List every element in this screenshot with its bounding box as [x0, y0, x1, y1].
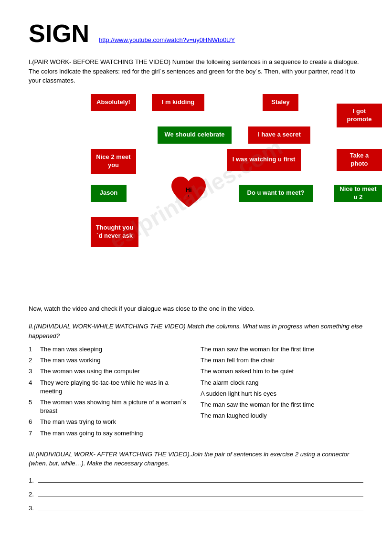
- match-text: The woman was showing him a picture of a…: [40, 398, 191, 415]
- dialogue-area: Absolutely! I m kidding Staley I got pro…: [29, 94, 363, 295]
- match-row: 6 The man was trying to work: [29, 418, 191, 426]
- right-text: The man saw the woman for the first time: [201, 400, 363, 409]
- title-section: SIGN http://www.youtube.com/watch?v=uy0H…: [29, 19, 363, 48]
- badge-i-got-promoted: I got promote: [337, 104, 382, 127]
- match-text: The man was working: [40, 356, 100, 365]
- badge-im-kidding: I m kidding: [152, 94, 204, 111]
- badge-hi-heart: Hi': [170, 173, 208, 211]
- match-num: 2: [29, 356, 36, 365]
- section2-instruction: II.(INDIVIDUAL WORK-WHILE WATCHING THE V…: [29, 322, 363, 340]
- match-num: 6: [29, 418, 36, 426]
- badge-i-was-watching: I was watching u first: [227, 149, 301, 171]
- match-row: 7 The man was going to say something: [29, 429, 191, 438]
- match-text: The man was trying to work: [40, 418, 116, 426]
- match-columns: 1 The man was sleeping 2 The man was wor…: [29, 345, 363, 440]
- match-text: The woman was using the computer: [40, 367, 140, 376]
- badge-we-should-celebrate: We should celebrate: [158, 126, 232, 144]
- right-text: A sudden light hurt his eyes: [201, 390, 363, 398]
- match-row: 5 The woman was showing him a picture of…: [29, 398, 191, 415]
- youtube-link[interactable]: http://www.youtube.com/watch?v=uy0HNWto0…: [99, 36, 235, 43]
- line-number: 3.: [29, 505, 38, 512]
- match-num: 1: [29, 345, 36, 354]
- write-line-1: 1.: [29, 474, 363, 484]
- match-num: 5: [29, 398, 36, 415]
- answer-line-1[interactable]: [38, 474, 363, 483]
- match-text: They were playing tic-tac-toe while he w…: [40, 379, 191, 396]
- match-row: 4 They were playing tic-tac-toe while he…: [29, 379, 191, 396]
- page-title: SIGN: [29, 19, 89, 48]
- now-watch-text: Now, watch the video and check if your d…: [29, 304, 363, 314]
- match-num: 3: [29, 367, 36, 376]
- badge-do-u-want: Do u want to meet?: [239, 185, 313, 202]
- line-number: 1.: [29, 477, 38, 484]
- answer-line-2[interactable]: [38, 488, 363, 496]
- match-text: The man was going to say something: [40, 429, 143, 438]
- section1-instruction: I.(PAIR WORK- BEFORE WATCHING THE VIDEO)…: [29, 57, 363, 85]
- line-number: 2.: [29, 491, 38, 498]
- match-row: 2 The man was working: [29, 356, 191, 365]
- right-text: The man saw the woman for the first time: [201, 345, 363, 354]
- answer-line-3[interactable]: [38, 502, 363, 510]
- match-num: 4: [29, 379, 36, 396]
- match-text: The man was sleeping: [40, 345, 102, 354]
- right-text: The alarm clock rang: [201, 379, 363, 387]
- match-row: 3 The woman was using the computer: [29, 367, 191, 376]
- dialogue-wrapper: Absolutely! I m kidding Staley I got pro…: [29, 94, 363, 295]
- section3-instruction: III.(INDIVIDUAL WORK- AFTER WATCHING THE…: [29, 450, 363, 468]
- hi-text: Hi': [186, 186, 192, 200]
- badge-staley: Staley: [263, 94, 298, 111]
- badge-jason: Jason: [91, 185, 127, 202]
- right-text: The woman asked him to be quiet: [201, 367, 363, 376]
- right-text: The man fell from the chair: [201, 356, 363, 365]
- write-line-2: 2.: [29, 488, 363, 498]
- right-column: The man saw the woman for the first time…: [201, 345, 363, 440]
- badge-absolutely: Absolutely!: [91, 94, 136, 111]
- write-line-3: 3.: [29, 502, 363, 512]
- match-num: 7: [29, 429, 36, 438]
- right-text: The man laughed loudly: [201, 411, 363, 420]
- badge-i-have-a-secret: I have a secret: [248, 126, 310, 144]
- badge-thought-youd: Thought you´d never ask: [91, 217, 138, 247]
- badge-nice-to-meet-u2: Nice to meet u 2: [334, 185, 382, 202]
- badge-nice-2-meet-you: Nice 2 meet you: [91, 149, 136, 174]
- badge-take-photo: Take a photo: [337, 149, 382, 171]
- match-row: 1 The man was sleeping: [29, 345, 191, 354]
- left-column: 1 The man was sleeping 2 The man was wor…: [29, 345, 191, 440]
